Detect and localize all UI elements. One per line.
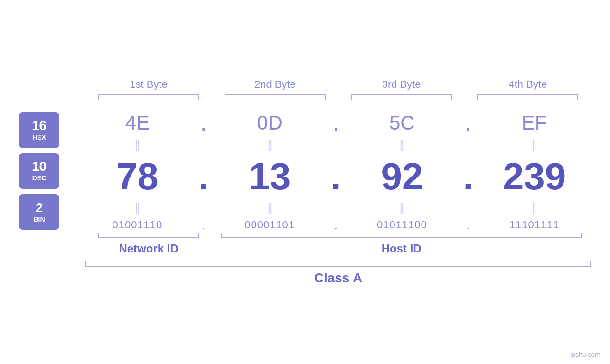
bin-dot-1: . bbox=[194, 217, 213, 233]
hex-badge: 16 HEX bbox=[19, 112, 59, 148]
watermark: ipshu.com bbox=[570, 351, 601, 358]
byte-label-3: 3rd Byte bbox=[338, 78, 465, 94]
dec-b1: 78 bbox=[81, 155, 194, 198]
host-id-label: Host ID bbox=[382, 242, 422, 255]
byte-label-4: 4th Byte bbox=[465, 78, 591, 94]
class-bracket-row bbox=[85, 261, 591, 267]
dec-dot-2: . bbox=[327, 155, 346, 198]
hex-row: 4E . 0D . 5C . EF bbox=[81, 110, 591, 136]
bin-row: 01001110 . 00001101 . 01011100 . bbox=[81, 217, 591, 233]
equals-sep-2: ‖ ‖ ‖ ‖ bbox=[81, 198, 591, 217]
hex-b4: EF bbox=[478, 110, 591, 136]
top-bracket-shape-3 bbox=[351, 94, 452, 100]
class-bracket-shape bbox=[85, 261, 591, 267]
badges-column: 16 HEX 10 DEC 2 BIN bbox=[19, 110, 81, 233]
host-id-label-cell: Host ID bbox=[212, 242, 591, 255]
byte-label-1: 1st Byte bbox=[85, 78, 212, 94]
bin-dot-2: . bbox=[327, 217, 346, 233]
dec-badge: 10 DEC bbox=[19, 153, 59, 189]
main-container: 1st Byte 2nd Byte 3rd Byte 4th Byte 16 H… bbox=[0, 0, 610, 364]
bottom-brackets-row bbox=[85, 233, 591, 238]
top-bracket-3 bbox=[338, 94, 465, 100]
bin-b1: 01001110 bbox=[81, 217, 194, 233]
dec-b3: 92 bbox=[346, 155, 459, 198]
bin-b3: 01011100 bbox=[346, 217, 459, 233]
main-values-area: 16 HEX 10 DEC 2 BIN 4E . bbox=[19, 110, 591, 233]
bin-b2: 00001101 bbox=[213, 217, 327, 233]
dec-badge-label: DEC bbox=[32, 174, 47, 182]
byte-labels-row: 1st Byte 2nd Byte 3rd Byte 4th Byte bbox=[19, 78, 591, 94]
network-id-label-cell: Network ID bbox=[85, 242, 212, 255]
network-bracket-shape bbox=[98, 233, 199, 238]
bottom-labels-row: Network ID Host ID bbox=[85, 242, 591, 255]
hex-b2: 0D bbox=[213, 110, 327, 136]
byte-label-2: 2nd Byte bbox=[212, 78, 338, 94]
host-bracket-shape bbox=[221, 233, 582, 238]
dec-row: 78 . 13 . 92 . 239 bbox=[81, 155, 591, 198]
dec-b2: 13 bbox=[213, 155, 327, 198]
top-bracket-shape-2 bbox=[225, 94, 326, 100]
bin-badge: 2 BIN bbox=[19, 194, 59, 230]
hex-b3: 5C bbox=[346, 110, 459, 136]
hex-dot-1: . bbox=[194, 110, 213, 136]
bin-b4: 11101111 bbox=[478, 217, 591, 233]
network-id-label: Network ID bbox=[119, 242, 178, 255]
top-bracket-1 bbox=[85, 94, 212, 100]
network-bracket-cell bbox=[85, 233, 212, 238]
hex-dot-2: . bbox=[327, 110, 346, 136]
bottom-section: Network ID Host ID bbox=[19, 233, 591, 255]
bin-badge-label: BIN bbox=[33, 215, 45, 223]
top-brackets-row bbox=[19, 94, 591, 100]
bin-badge-num: 2 bbox=[36, 201, 43, 215]
top-bracket-2 bbox=[212, 94, 338, 100]
hex-badge-num: 16 bbox=[32, 119, 47, 132]
class-label-row: Class A bbox=[85, 271, 591, 286]
top-bracket-shape-4 bbox=[477, 94, 578, 100]
bin-dot-3: . bbox=[459, 217, 478, 233]
hex-dot-3: . bbox=[459, 110, 478, 136]
host-bracket-cell bbox=[212, 233, 591, 238]
dec-dot-3: . bbox=[459, 155, 478, 198]
dec-dot-1: . bbox=[194, 155, 213, 198]
class-label: Class A bbox=[314, 271, 363, 285]
dec-badge-num: 10 bbox=[32, 160, 47, 173]
top-bracket-shape-1 bbox=[98, 94, 199, 100]
top-bracket-4 bbox=[465, 94, 591, 100]
dec-b4: 239 bbox=[478, 155, 591, 198]
equals-sep-1: ‖ ‖ ‖ ‖ bbox=[81, 136, 591, 155]
hex-badge-label: HEX bbox=[32, 133, 46, 141]
class-section: Class A bbox=[19, 261, 591, 286]
hex-b1: 4E bbox=[81, 110, 194, 136]
rows-wrapper: 4E . 0D . 5C . EF bbox=[81, 110, 591, 233]
